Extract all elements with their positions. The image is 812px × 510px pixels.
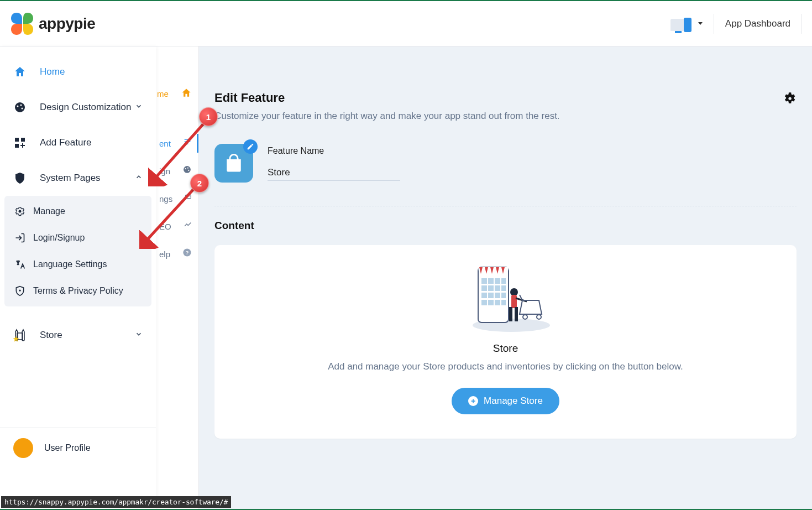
sidebar-label: System Pages xyxy=(40,173,101,184)
content-heading: Content xyxy=(214,220,797,232)
device-selector[interactable] xyxy=(670,17,703,31)
svg-rect-34 xyxy=(481,300,487,305)
list-icon xyxy=(183,137,192,149)
svg-rect-31 xyxy=(488,293,494,298)
bag-icon xyxy=(224,154,243,173)
feature-name-input[interactable] xyxy=(268,165,400,181)
svg-text:?: ? xyxy=(186,250,189,256)
svg-point-4 xyxy=(185,168,186,169)
plus-icon: + xyxy=(468,396,478,406)
tab-label: me xyxy=(157,89,169,98)
palette-icon xyxy=(13,101,27,114)
svg-rect-24 xyxy=(495,278,500,284)
card-icon xyxy=(185,192,192,205)
feature-tile xyxy=(214,144,253,183)
card-description: Add and manage your Store products and i… xyxy=(237,361,774,372)
sidebar-footer: User Profile xyxy=(0,428,156,468)
svg-point-44 xyxy=(537,315,541,319)
sidebar-subitem-manage[interactable]: Manage xyxy=(4,198,151,225)
sidebar-item-system-pages[interactable]: System Pages xyxy=(0,160,156,196)
svg-rect-33 xyxy=(501,293,506,298)
brand-logo[interactable]: appypie xyxy=(10,12,95,36)
sidebar-item-store[interactable]: Store xyxy=(0,318,156,353)
sidebar-label: Home xyxy=(40,66,65,77)
svg-point-6 xyxy=(188,170,189,171)
chevron-up-icon xyxy=(135,173,143,184)
svg-point-11 xyxy=(15,102,25,112)
store-illustration xyxy=(456,262,556,334)
login-icon xyxy=(14,232,25,243)
home-icon xyxy=(13,65,27,79)
settings-button[interactable] xyxy=(782,91,797,105)
manage-store-button[interactable]: + Manage Store xyxy=(452,388,559,414)
sidebar-item-add-feature[interactable]: Add Feature xyxy=(0,125,156,160)
svg-rect-37 xyxy=(501,300,506,305)
separator xyxy=(714,14,714,34)
sidebar-label: Terms & Privacy Policy xyxy=(33,286,123,296)
shield-icon xyxy=(13,171,27,185)
button-label: Manage Store xyxy=(484,395,543,407)
main-content: Edit Feature Customize your feature in t… xyxy=(199,46,812,509)
translate-icon xyxy=(14,259,25,270)
app-dashboard-link[interactable]: App Dashboard xyxy=(725,18,790,29)
svg-rect-17 xyxy=(15,144,19,148)
help-icon: ? xyxy=(182,248,192,260)
svg-rect-41 xyxy=(515,307,518,321)
system-pages-submenu: Manage Login/Signup Language Settings Te… xyxy=(4,196,151,306)
svg-rect-40 xyxy=(509,307,512,321)
svg-point-14 xyxy=(22,108,23,110)
avatar xyxy=(13,438,33,458)
svg-rect-7 xyxy=(186,195,191,198)
sidebar-label: User Profile xyxy=(44,443,91,453)
svg-point-13 xyxy=(20,105,22,106)
palette-icon xyxy=(182,165,192,177)
sidebar-label: Add Feature xyxy=(40,137,92,148)
separator xyxy=(801,14,802,34)
svg-rect-15 xyxy=(15,138,19,142)
sidebar-item-design[interactable]: Design Customization xyxy=(0,90,156,125)
grid-plus-icon xyxy=(13,136,27,149)
svg-rect-25 xyxy=(501,278,506,284)
svg-rect-28 xyxy=(495,285,500,291)
sidebar-subitem-login-signup[interactable]: Login/Signup xyxy=(4,225,151,251)
svg-point-19 xyxy=(19,290,20,292)
svg-point-18 xyxy=(19,210,22,213)
sidebar-label: Login/Signup xyxy=(33,233,85,243)
sidebar-subitem-terms[interactable]: Terms & Privacy Policy xyxy=(4,278,151,304)
sidebar-item-user-profile[interactable]: User Profile xyxy=(0,428,156,468)
svg-rect-22 xyxy=(481,278,487,284)
divider xyxy=(214,206,797,206)
chevron-down-icon xyxy=(698,22,703,25)
svg-rect-35 xyxy=(488,300,494,305)
sidebar-label: Language Settings xyxy=(33,259,107,269)
page-title: Edit Feature xyxy=(214,91,560,105)
svg-rect-27 xyxy=(488,285,494,291)
sidebar-item-home[interactable]: Home xyxy=(0,54,156,90)
feature-name-label: Feature Name xyxy=(268,146,400,156)
svg-rect-29 xyxy=(501,285,506,291)
svg-rect-23 xyxy=(488,278,494,284)
svg-rect-16 xyxy=(21,138,25,142)
tab-label: ngs xyxy=(159,194,172,204)
pencil-icon xyxy=(247,143,254,150)
home-icon xyxy=(181,87,192,100)
svg-point-38 xyxy=(510,288,518,296)
gear-icon xyxy=(14,206,25,217)
edit-tile-button[interactable] xyxy=(243,139,258,154)
svg-rect-26 xyxy=(481,285,487,291)
sidebar-label: Store xyxy=(40,330,62,341)
sidebar-label: Manage xyxy=(33,206,65,216)
brand-name: appypie xyxy=(39,15,95,33)
status-bar-url: https://snappy.appypie.com/appmakr/creat… xyxy=(1,496,231,508)
page-subtitle: Customize your feature in the right way … xyxy=(214,111,560,122)
svg-point-12 xyxy=(17,106,19,107)
tab-label: EO xyxy=(159,222,171,231)
privacy-icon xyxy=(14,285,25,296)
svg-rect-32 xyxy=(495,293,500,298)
svg-rect-30 xyxy=(481,293,487,298)
main-sidebar: Home Design Customization Add Feature Sy… xyxy=(0,46,156,510)
svg-point-5 xyxy=(187,168,188,169)
svg-point-3 xyxy=(184,166,191,173)
sidebar-subitem-language[interactable]: Language Settings xyxy=(4,251,151,278)
content-card: Store Add and manage your Store products… xyxy=(214,245,797,439)
